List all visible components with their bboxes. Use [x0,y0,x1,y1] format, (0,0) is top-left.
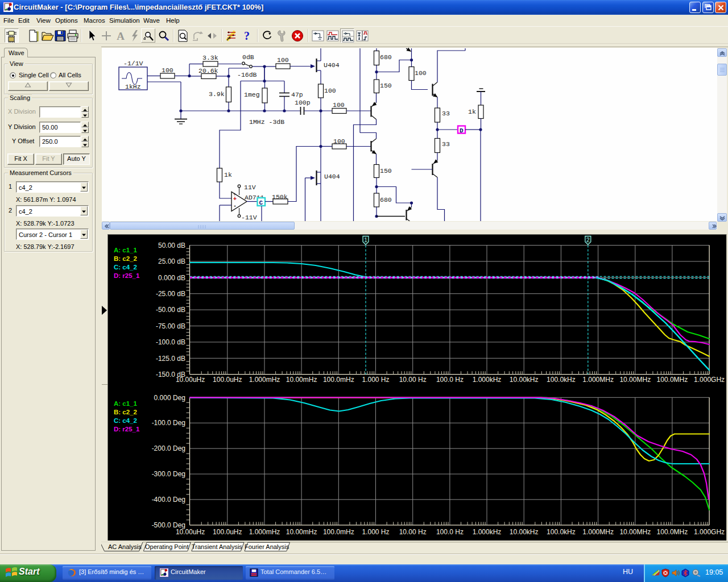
svg-text:10.00uHz: 10.00uHz [176,376,205,384]
svg-text:100.0mHz: 100.0mHz [323,376,354,384]
svg-text:1.000GHz: 1.000GHz [694,376,725,384]
svg-text:100.0mHz: 100.0mHz [323,528,354,536]
svg-text:1.000mHz: 1.000mHz [249,376,280,384]
svg-text:-11V: -11V [241,214,257,221]
svg-text:A: c1_1: A: c1_1 [114,400,138,407]
svg-text:A: A [117,30,125,42]
svg-text:-300.0 Deg: -300.0 Deg [152,470,185,478]
svg-text:-400.0 Deg: -400.0 Deg [152,496,185,504]
svg-text:25.00 dB: 25.00 dB [158,257,185,265]
svg-text:-25.00 dB: -25.00 dB [156,290,185,298]
svg-text:1.000MHz: 1.000MHz [582,528,614,536]
svg-text:1kHz: 1kHz [125,83,141,90]
svg-text:1.000GHz: 1.000GHz [694,528,725,536]
svg-text:-1/1V: -1/1V [123,60,143,67]
svg-text:+: + [233,196,237,202]
svg-text:150: 150 [380,167,392,174]
svg-text:10.00MHz: 10.00MHz [619,376,651,384]
svg-text:10.00kHz: 10.00kHz [510,528,539,536]
svg-text:C: c4_2: C: c4_2 [114,417,137,424]
svg-text:-16dB: -16dB [237,71,257,78]
svg-text:D: r25_1: D: r25_1 [114,426,140,433]
svg-text:20.6k: 20.6k [198,67,218,74]
svg-text:1.000MHz: 1.000MHz [582,376,614,384]
svg-text:A: c1_1: A: c1_1 [114,247,138,253]
svg-text:B: c2_2: B: c2_2 [114,255,137,262]
svg-text:33: 33 [442,140,450,148]
svg-text:-50.00 dB: -50.00 dB [156,306,185,314]
svg-text:10.00 Hz: 10.00 Hz [399,528,427,536]
svg-text:3.9k: 3.9k [209,90,225,98]
svg-text:100.0kHz: 100.0kHz [547,528,576,536]
svg-text:47p: 47p [291,91,303,98]
svg-text:11V: 11V [244,184,256,191]
svg-text:50.00 dB: 50.00 dB [158,242,185,250]
svg-text:0.000 dB: 0.000 dB [158,274,185,282]
svg-text:D: r25_1: D: r25_1 [114,272,140,279]
svg-text:100: 100 [333,138,345,145]
svg-text:100.0uHz: 100.0uHz [213,376,242,384]
svg-text:1.000 Hz: 1.000 Hz [362,528,389,536]
svg-text:100.0 Hz: 100.0 Hz [436,528,464,536]
svg-text:-200.0 Deg: -200.0 Deg [152,444,185,452]
svg-text:100: 100 [277,56,289,64]
svg-text:-: - [233,203,237,209]
svg-text:1: 1 [364,237,367,243]
svg-text:10.00MHz: 10.00MHz [619,528,651,536]
svg-text:1k: 1k [468,108,476,115]
svg-text:100p: 100p [295,99,311,106]
svg-text:10.00kHz: 10.00kHz [510,376,539,384]
svg-text:1meg: 1meg [244,91,260,98]
svg-text:C: c4_2: C: c4_2 [114,264,137,271]
svg-text:100.0MHz: 100.0MHz [657,376,688,384]
svg-text:-100.0 Deg: -100.0 Deg [152,419,185,427]
svg-text:1MHz -3dB: 1MHz -3dB [249,118,284,126]
svg-text:0.000 Deg: 0.000 Deg [154,394,185,402]
svg-text:?: ? [244,30,250,42]
svg-text:B: c2_2: B: c2_2 [114,409,137,415]
svg-text:C: C [259,199,263,206]
svg-text:100.0uHz: 100.0uHz [213,528,242,536]
svg-text:150k: 150k [272,193,288,201]
svg-text:1.000mHz: 1.000mHz [249,528,280,536]
svg-text:100.0kHz: 100.0kHz [547,376,576,384]
svg-text:100: 100 [415,69,427,77]
svg-text:U404: U404 [324,61,340,69]
svg-text:-75.00 dB: -75.00 dB [156,322,185,330]
svg-text:-100.0 dB: -100.0 dB [156,338,185,346]
svg-text:10.00 Hz: 10.00 Hz [399,376,427,384]
svg-text:10.00mHz: 10.00mHz [286,528,317,536]
svg-text:100.0 Hz: 100.0 Hz [436,376,464,384]
svg-text:1k: 1k [224,171,232,178]
svg-text:100: 100 [324,87,336,94]
svg-text:100.0MHz: 100.0MHz [657,528,688,536]
svg-text:10.00mHz: 10.00mHz [286,376,317,384]
svg-text:680: 680 [380,53,392,61]
svg-text:1.000 Hz: 1.000 Hz [362,376,389,384]
svg-text:680: 680 [380,196,392,203]
svg-text:D: D [460,127,464,134]
svg-text:U404: U404 [324,173,340,180]
svg-text:10.00uHz: 10.00uHz [176,528,205,536]
svg-text:150: 150 [380,82,392,89]
svg-text:1.000kHz: 1.000kHz [473,528,502,536]
svg-text:100: 100 [162,66,173,74]
svg-text:33: 33 [442,110,450,117]
svg-text:3.3k: 3.3k [202,54,218,61]
svg-text:1.000kHz: 1.000kHz [473,376,502,384]
svg-text:100: 100 [333,101,345,109]
svg-text:2: 2 [586,237,590,243]
svg-text:0dB: 0dB [242,53,254,61]
svg-text:-125.0 dB: -125.0 dB [156,355,185,363]
